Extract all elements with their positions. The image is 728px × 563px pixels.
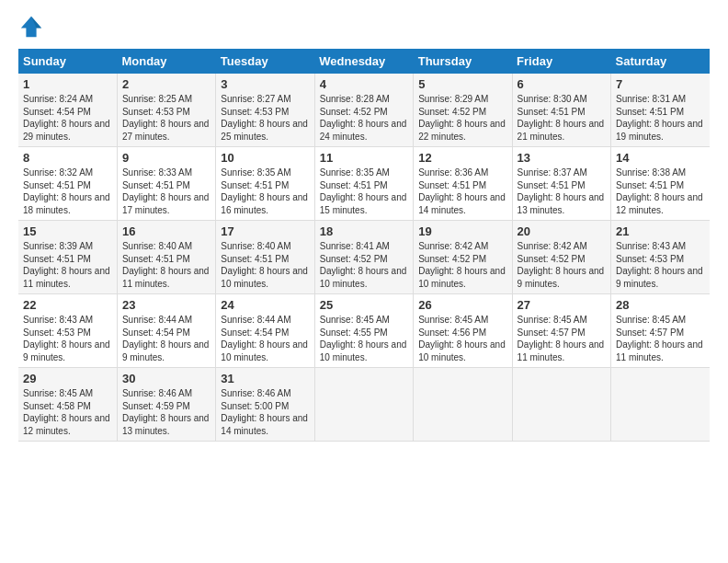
day-cell: 2 Sunrise: 8:25 AM Sunset: 4:53 PM Dayli…	[117, 74, 215, 147]
day-number: 28	[616, 298, 705, 312]
day-info: Sunrise: 8:41 AM Sunset: 4:52 PM Dayligh…	[320, 240, 408, 290]
day-cell: 11 Sunrise: 8:35 AM Sunset: 4:51 PM Dayl…	[314, 147, 413, 221]
day-number: 26	[418, 298, 506, 312]
day-cell: 27 Sunrise: 8:45 AM Sunset: 4:57 PM Dayl…	[512, 294, 610, 368]
day-info: Sunrise: 8:38 AM Sunset: 4:51 PM Dayligh…	[616, 167, 705, 216]
day-info: Sunrise: 8:37 AM Sunset: 4:51 PM Dayligh…	[518, 167, 606, 216]
day-number: 14	[616, 151, 705, 165]
logo-icon	[18, 14, 44, 40]
day-info: Sunrise: 8:33 AM Sunset: 4:51 PM Dayligh…	[122, 167, 210, 216]
day-info: Sunrise: 8:45 AM Sunset: 4:56 PM Dayligh…	[418, 314, 506, 363]
day-number: 11	[320, 151, 408, 165]
day-number: 18	[320, 224, 408, 238]
day-cell: 20 Sunrise: 8:42 AM Sunset: 4:52 PM Dayl…	[512, 221, 610, 294]
day-number: 15	[23, 224, 112, 238]
week-row-2: 8 Sunrise: 8:32 AM Sunset: 4:51 PM Dayli…	[18, 147, 710, 221]
page-container: SundayMondayTuesdayWednesdayThursdayFrid…	[0, 0, 728, 451]
day-number: 7	[616, 77, 705, 91]
week-row-3: 15 Sunrise: 8:39 AM Sunset: 4:51 PM Dayl…	[18, 221, 710, 294]
day-cell: 28 Sunrise: 8:45 AM Sunset: 4:57 PM Dayl…	[611, 294, 710, 368]
day-info: Sunrise: 8:31 AM Sunset: 4:51 PM Dayligh…	[616, 93, 705, 143]
day-number: 20	[518, 224, 606, 238]
day-cell: 15 Sunrise: 8:39 AM Sunset: 4:51 PM Dayl…	[18, 221, 117, 294]
day-info: Sunrise: 8:44 AM Sunset: 4:54 PM Dayligh…	[122, 314, 210, 363]
day-info: Sunrise: 8:30 AM Sunset: 4:51 PM Dayligh…	[518, 93, 606, 143]
day-info: Sunrise: 8:45 AM Sunset: 4:57 PM Dayligh…	[616, 314, 705, 363]
day-info: Sunrise: 8:46 AM Sunset: 4:59 PM Dayligh…	[122, 387, 210, 437]
day-info: Sunrise: 8:40 AM Sunset: 4:51 PM Dayligh…	[221, 240, 309, 290]
day-number: 9	[122, 151, 210, 165]
day-cell: 13 Sunrise: 8:37 AM Sunset: 4:51 PM Dayl…	[512, 147, 610, 221]
day-number: 3	[221, 77, 309, 91]
day-info: Sunrise: 8:45 AM Sunset: 4:58 PM Dayligh…	[23, 387, 112, 437]
week-row-4: 22 Sunrise: 8:43 AM Sunset: 4:53 PM Dayl…	[18, 294, 710, 368]
day-cell: 12 Sunrise: 8:36 AM Sunset: 4:51 PM Dayl…	[414, 147, 512, 221]
day-cell	[314, 368, 413, 442]
day-number: 10	[221, 151, 309, 165]
day-info: Sunrise: 8:44 AM Sunset: 4:54 PM Dayligh…	[221, 314, 309, 363]
day-number: 5	[418, 77, 506, 91]
day-info: Sunrise: 8:25 AM Sunset: 4:53 PM Dayligh…	[122, 93, 210, 143]
week-row-1: 1 Sunrise: 8:24 AM Sunset: 4:54 PM Dayli…	[18, 74, 710, 147]
day-number: 6	[518, 77, 606, 91]
day-cell: 4 Sunrise: 8:28 AM Sunset: 4:52 PM Dayli…	[314, 74, 413, 147]
day-info: Sunrise: 8:35 AM Sunset: 4:51 PM Dayligh…	[221, 167, 309, 216]
day-info: Sunrise: 8:36 AM Sunset: 4:51 PM Dayligh…	[418, 167, 506, 216]
day-number: 4	[320, 77, 408, 91]
day-number: 19	[418, 224, 506, 238]
day-info: Sunrise: 8:28 AM Sunset: 4:52 PM Dayligh…	[320, 93, 408, 143]
day-info: Sunrise: 8:42 AM Sunset: 4:52 PM Dayligh…	[518, 240, 606, 290]
calendar-table: SundayMondayTuesdayWednesdayThursdayFrid…	[18, 49, 710, 442]
day-cell: 30 Sunrise: 8:46 AM Sunset: 4:59 PM Dayl…	[117, 368, 215, 442]
day-number: 2	[122, 77, 210, 91]
day-number: 16	[122, 224, 210, 238]
day-info: Sunrise: 8:43 AM Sunset: 4:53 PM Dayligh…	[23, 314, 112, 363]
day-cell: 18 Sunrise: 8:41 AM Sunset: 4:52 PM Dayl…	[314, 221, 413, 294]
day-info: Sunrise: 8:32 AM Sunset: 4:51 PM Dayligh…	[23, 167, 112, 216]
col-header-friday: Friday	[512, 49, 610, 74]
col-header-thursday: Thursday	[414, 49, 512, 74]
col-header-tuesday: Tuesday	[216, 49, 314, 74]
week-row-5: 29 Sunrise: 8:45 AM Sunset: 4:58 PM Dayl…	[18, 368, 710, 442]
day-cell: 31 Sunrise: 8:46 AM Sunset: 5:00 PM Dayl…	[216, 368, 314, 442]
day-cell: 10 Sunrise: 8:35 AM Sunset: 4:51 PM Dayl…	[216, 147, 314, 221]
day-info: Sunrise: 8:43 AM Sunset: 4:53 PM Dayligh…	[616, 240, 705, 290]
day-cell: 9 Sunrise: 8:33 AM Sunset: 4:51 PM Dayli…	[117, 147, 215, 221]
col-header-monday: Monday	[117, 49, 215, 74]
day-number: 23	[122, 298, 210, 312]
day-number: 17	[221, 224, 309, 238]
day-cell: 24 Sunrise: 8:44 AM Sunset: 4:54 PM Dayl…	[216, 294, 314, 368]
day-cell: 5 Sunrise: 8:29 AM Sunset: 4:52 PM Dayli…	[414, 74, 512, 147]
day-cell: 25 Sunrise: 8:45 AM Sunset: 4:55 PM Dayl…	[314, 294, 413, 368]
day-cell: 26 Sunrise: 8:45 AM Sunset: 4:56 PM Dayl…	[414, 294, 512, 368]
day-info: Sunrise: 8:29 AM Sunset: 4:52 PM Dayligh…	[418, 93, 506, 143]
day-number: 21	[616, 224, 705, 238]
header-row: SundayMondayTuesdayWednesdayThursdayFrid…	[18, 49, 710, 74]
day-cell	[611, 368, 710, 442]
day-cell: 23 Sunrise: 8:44 AM Sunset: 4:54 PM Dayl…	[117, 294, 215, 368]
day-info: Sunrise: 8:27 AM Sunset: 4:53 PM Dayligh…	[221, 93, 309, 143]
logo	[18, 14, 48, 40]
day-number: 29	[23, 372, 112, 385]
day-number: 31	[221, 372, 309, 385]
day-cell: 8 Sunrise: 8:32 AM Sunset: 4:51 PM Dayli…	[18, 147, 117, 221]
day-number: 24	[221, 298, 309, 312]
day-number: 27	[518, 298, 606, 312]
col-header-sunday: Sunday	[18, 49, 117, 74]
col-header-wednesday: Wednesday	[314, 49, 413, 74]
day-cell: 19 Sunrise: 8:42 AM Sunset: 4:52 PM Dayl…	[414, 221, 512, 294]
day-info: Sunrise: 8:35 AM Sunset: 4:51 PM Dayligh…	[320, 167, 408, 216]
day-number: 8	[23, 151, 112, 165]
day-info: Sunrise: 8:45 AM Sunset: 4:57 PM Dayligh…	[518, 314, 606, 363]
day-cell: 3 Sunrise: 8:27 AM Sunset: 4:53 PM Dayli…	[216, 74, 314, 147]
day-cell: 29 Sunrise: 8:45 AM Sunset: 4:58 PM Dayl…	[18, 368, 117, 442]
day-cell: 7 Sunrise: 8:31 AM Sunset: 4:51 PM Dayli…	[611, 74, 710, 147]
day-info: Sunrise: 8:45 AM Sunset: 4:55 PM Dayligh…	[320, 314, 408, 363]
day-cell	[414, 368, 512, 442]
col-header-saturday: Saturday	[611, 49, 710, 74]
day-cell: 17 Sunrise: 8:40 AM Sunset: 4:51 PM Dayl…	[216, 221, 314, 294]
day-info: Sunrise: 8:40 AM Sunset: 4:51 PM Dayligh…	[122, 240, 210, 290]
day-cell: 1 Sunrise: 8:24 AM Sunset: 4:54 PM Dayli…	[18, 74, 117, 147]
day-cell: 21 Sunrise: 8:43 AM Sunset: 4:53 PM Dayl…	[611, 221, 710, 294]
day-cell: 22 Sunrise: 8:43 AM Sunset: 4:53 PM Dayl…	[18, 294, 117, 368]
